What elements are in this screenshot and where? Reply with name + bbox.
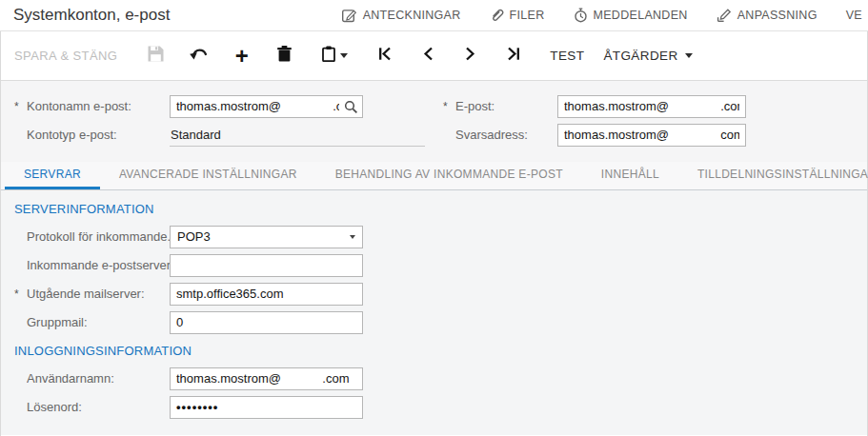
save-icon	[148, 46, 164, 66]
clipboard-menu-button[interactable]	[306, 40, 363, 72]
lookup-magnifier-icon[interactable]	[344, 100, 358, 118]
go-previous-button[interactable]	[406, 40, 449, 72]
actions-menu-label: ÅTGÄRDER	[603, 49, 677, 63]
messages-link[interactable]: MEDDELANDEN	[574, 8, 688, 23]
protokoll-dropdown[interactable]: POP3	[170, 226, 363, 248]
protokoll-label: Protokoll för inkommande...	[27, 229, 170, 244]
customization-link[interactable]: ANPASSNING	[717, 8, 818, 23]
chevron-down-icon	[685, 53, 693, 58]
epost-label: E-post:	[455, 99, 557, 113]
tab-avancerade-installningar[interactable]: AVANCERADE INSTÄLLNINGAR	[100, 162, 316, 189]
undo-button[interactable]	[177, 40, 220, 72]
svarsadress-label: Svarsadress:	[455, 128, 557, 142]
header-links: ANTECKNINGAR FILER MEDDELANDEN ANPASSNIN…	[342, 8, 862, 23]
tab-behandling-av-inkommande-epost[interactable]: BEHANDLING AV INKOMMANDE E-POST	[316, 162, 582, 189]
delete-button[interactable]	[263, 40, 306, 72]
gruppmail-label: Gruppmail:	[27, 315, 170, 329]
summary-form: * Kontonamn e-post: Kontotyp e-post: Sta…	[1, 80, 867, 162]
gruppmail-input[interactable]	[170, 311, 363, 334]
inkommande-server-input[interactable]	[170, 254, 363, 277]
anvandarnamn-input[interactable]	[170, 367, 363, 390]
go-last-button[interactable]	[492, 40, 535, 72]
trash-icon	[277, 46, 292, 66]
files-link[interactable]: FILER	[490, 8, 545, 23]
losenord-input[interactable]	[170, 396, 363, 419]
first-record-icon	[377, 47, 393, 65]
systemkonton-epost-screen: Systemkonton, e-post ANTECKNINGAR FILER …	[0, 0, 868, 436]
actions-menu-button[interactable]: ÅTGÄRDER	[603, 49, 692, 63]
epost-input[interactable]	[557, 95, 746, 118]
undo-icon	[190, 47, 209, 66]
messages-link-label: MEDDELANDEN	[594, 9, 688, 22]
stopwatch-icon	[574, 8, 588, 23]
chevron-right-icon	[465, 47, 476, 65]
tab-content-servrar: SERVERINFORMATION Protokoll för inkomman…	[1, 190, 867, 435]
files-link-label: FILER	[510, 9, 545, 22]
losenord-label: Lösenord:	[27, 400, 170, 414]
test-button[interactable]: TEST	[550, 49, 584, 63]
notes-link[interactable]: ANTECKNINGAR	[342, 9, 461, 23]
required-marker: *	[443, 100, 455, 113]
tools-link-label: VE	[846, 9, 862, 22]
save-and-close-button[interactable]: SPARA & STÄNG	[14, 49, 117, 63]
last-record-icon	[506, 47, 521, 65]
tab-tilldelningsinstallningar[interactable]: TILLDELNINGSINSTÄLLNINGAR	[678, 162, 868, 189]
tab-servrar[interactable]: SERVRAR	[5, 162, 100, 189]
required-marker: *	[14, 287, 27, 301]
required-marker: *	[14, 100, 27, 113]
note-icon	[342, 9, 357, 23]
save-button[interactable]	[134, 40, 177, 72]
chevron-down-icon	[340, 53, 348, 58]
go-next-button[interactable]	[449, 40, 492, 72]
tab-bar: SERVRAR AVANCERADE INSTÄLLNINGAR BEHANDL…	[1, 162, 867, 190]
page-header: Systemkonton, e-post ANTECKNINGAR FILER …	[0, 0, 868, 31]
utgaende-server-label: Utgående mailserver:	[27, 287, 170, 301]
plus-icon: +	[235, 47, 249, 66]
tools-link-cutoff[interactable]: VE	[846, 9, 862, 22]
kontonamn-input[interactable]	[170, 95, 363, 118]
clipboard-icon	[322, 46, 335, 66]
kontotyp-label: Kontotyp e-post:	[27, 128, 170, 142]
kontotyp-value: Standard	[170, 124, 425, 147]
go-first-button[interactable]	[363, 40, 406, 72]
utgaende-server-input[interactable]	[170, 283, 363, 306]
svarsadress-input[interactable]	[557, 124, 746, 147]
record-toolbar: SPARA & STÄNG +	[1, 31, 867, 80]
serverinformation-heading: SERVERINFORMATION	[14, 202, 854, 216]
customization-link-label: ANPASSNING	[737, 9, 818, 22]
chevron-left-icon	[422, 47, 434, 65]
anvandarnamn-label: Användarnamn:	[27, 371, 170, 386]
paperclip-icon	[490, 8, 504, 23]
notes-link-label: ANTECKNINGAR	[363, 9, 461, 22]
inloggningsinformation-heading: INLOGGNINGSINFORMATION	[14, 344, 854, 358]
protokoll-value: POP3	[177, 229, 211, 244]
add-new-button[interactable]: +	[220, 40, 263, 72]
record-pane: SPARA & STÄNG +	[0, 31, 868, 436]
tab-innehall[interactable]: INNEHÅLL	[582, 162, 678, 189]
customize-pen-icon	[717, 8, 732, 23]
page-title: Systemkonton, e-post	[13, 6, 170, 25]
inkommande-server-label: Inkommande e-postserver:	[27, 258, 170, 272]
chevron-down-icon	[350, 235, 355, 239]
kontonamn-label: Kontonamn e-post:	[27, 99, 170, 113]
